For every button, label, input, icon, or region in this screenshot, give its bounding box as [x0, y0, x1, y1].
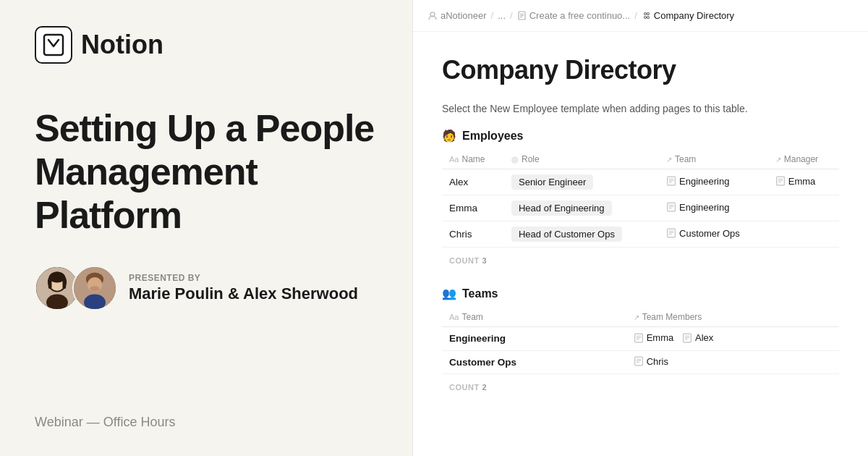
svg-rect-22 — [668, 177, 676, 185]
presented-by-label: PRESENTED BY — [129, 273, 358, 283]
employee-role-chris: Head of Customer Ops — [504, 221, 659, 248]
teams-label: Teams — [462, 287, 498, 300]
avatar-alex — [72, 266, 117, 311]
breadcrumb-page2[interactable]: Company Directory — [642, 10, 734, 21]
presenter-info: PRESENTED BY Marie Poulin & Alex Sherwoo… — [129, 273, 358, 303]
employees-col-manager: ↗ Manager — [768, 150, 839, 169]
team-name-engineering: Engineering — [442, 327, 626, 351]
left-panel: Notion Setting Up a People Management Pl… — [0, 0, 412, 456]
employee-name-chris: Chris — [442, 221, 504, 248]
svg-point-11 — [84, 295, 106, 311]
employees-section-header: 🧑 Employees — [442, 129, 839, 143]
employees-count: COUNT3 — [442, 252, 839, 275]
svg-point-21 — [647, 17, 649, 19]
table-row[interactable]: Emma Head of Engineering — [442, 195, 839, 221]
employees-count-value: 3 — [482, 256, 488, 265]
main-heading: Setting Up a People Management Platform — [35, 107, 378, 237]
svg-rect-38 — [634, 334, 642, 342]
page-title: Company Directory — [442, 55, 839, 85]
notion-logo: Notion — [35, 26, 378, 64]
teams-count-value: 2 — [482, 383, 488, 392]
teams-section: 👥 Teams Aa Team ↗ — [442, 287, 839, 402]
employee-team-alex: Engineering — [659, 169, 768, 195]
team-members-engineering: Emma Alex — [626, 327, 839, 351]
employee-team-emma: Engineering — [659, 195, 768, 221]
employees-table: Aa Name ◎ Role ↗ — [442, 150, 839, 248]
employee-role-alex: Senior Engineer — [504, 169, 659, 195]
teams-count-label: COUNT — [449, 383, 480, 392]
employee-manager-chris — [768, 221, 839, 248]
employee-manager-alex: Emma — [768, 169, 839, 195]
page-description: Select the New Employee template when ad… — [442, 103, 839, 114]
notion-logo-icon — [35, 26, 72, 64]
svg-rect-26 — [776, 177, 784, 185]
employees-label: Employees — [462, 130, 523, 143]
table-row[interactable]: Chris Head of Customer Ops — [442, 221, 839, 248]
employee-name-emma: Emma — [442, 195, 504, 221]
svg-rect-30 — [668, 203, 676, 211]
employee-name-alex: Alex — [442, 169, 504, 195]
employees-col-team: ↗ Team — [659, 150, 768, 169]
table-row[interactable]: Engineering Emma — [442, 327, 839, 351]
breadcrumb-user[interactable]: aNotioneer — [427, 10, 487, 21]
right-panel: aNotioneer / ... / Create a free continu… — [412, 0, 868, 456]
employees-col-name: Aa Name — [442, 150, 504, 169]
notion-logo-text: Notion — [81, 30, 163, 60]
employee-manager-emma — [768, 195, 839, 221]
teams-count: COUNT2 — [442, 379, 839, 402]
avatars — [35, 266, 117, 311]
employees-section: 🧑 Employees Aa Name ◎ — [442, 129, 839, 275]
employees-icon: 🧑 — [442, 129, 456, 143]
team-members-customer-ops: Chris — [626, 350, 839, 374]
teams-icon: 👥 — [442, 287, 456, 300]
employee-role-emma: Head of Engineering — [504, 195, 659, 221]
employee-team-chris: Customer Ops — [659, 221, 768, 248]
employees-col-role: ◎ Role — [504, 150, 659, 169]
breadcrumb-sep3: / — [634, 10, 637, 21]
svg-rect-34 — [668, 229, 676, 237]
breadcrumb-sep2: / — [510, 10, 513, 21]
svg-rect-46 — [634, 357, 642, 366]
svg-point-12 — [90, 287, 99, 292]
breadcrumb-page1[interactable]: Create a free continuo... — [517, 10, 630, 21]
svg-point-19 — [647, 13, 649, 15]
svg-point-18 — [644, 13, 646, 15]
svg-point-4 — [46, 295, 68, 311]
teams-table: Aa Team ↗ Team Members — [442, 308, 839, 374]
svg-rect-42 — [684, 334, 692, 342]
teams-col-members: ↗ Team Members — [626, 308, 839, 327]
left-content: Setting Up a People Management Platform — [35, 107, 378, 430]
teams-col-team: Aa Team — [442, 308, 626, 327]
svg-point-7 — [49, 272, 65, 283]
breadcrumb-ellipsis[interactable]: ... — [498, 10, 506, 21]
presenter-names: Marie Poulin & Alex Sherwood — [129, 284, 358, 303]
employees-count-label: COUNT — [449, 256, 480, 265]
teams-section-header: 👥 Teams — [442, 287, 839, 300]
breadcrumb-sep1: / — [491, 10, 494, 21]
svg-point-20 — [644, 17, 646, 19]
table-row[interactable]: Alex Senior Engineer — [442, 169, 839, 195]
notion-content: Company Directory Select the New Employe… — [413, 32, 868, 442]
breadcrumb: aNotioneer / ... / Create a free continu… — [413, 0, 868, 32]
team-name-customer-ops: Customer Ops — [442, 350, 626, 374]
table-row[interactable]: Customer Ops Chris — [442, 350, 839, 374]
webinar-label: Webinar — Office Hours — [35, 415, 175, 430]
presenters: PRESENTED BY Marie Poulin & Alex Sherwoo… — [35, 266, 378, 311]
